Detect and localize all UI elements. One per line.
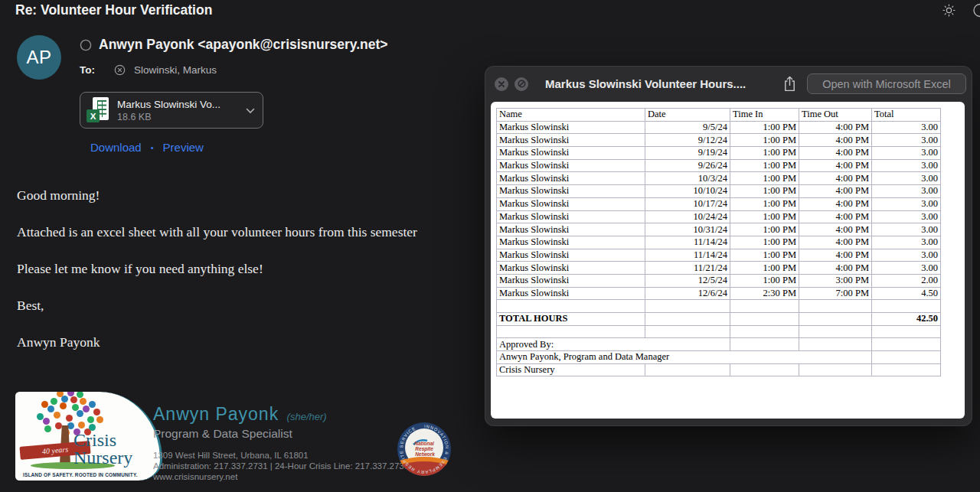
cell: 3.00 bbox=[872, 236, 941, 249]
cell: 10/3/24 bbox=[645, 172, 730, 185]
recipient-name[interactable]: Slowinski, Markus bbox=[134, 64, 217, 76]
header-cell: Date bbox=[645, 109, 730, 122]
cell: 1:00 PM bbox=[730, 210, 799, 223]
cell: 3.00 bbox=[872, 197, 941, 210]
cell: 3.00 bbox=[872, 185, 941, 198]
attachment-filesize: 18.6 KB bbox=[117, 112, 238, 122]
download-link[interactable]: Download bbox=[90, 141, 142, 154]
table-row: Markus Slowinski10/10/241:00 PM4:00 PM3.… bbox=[497, 185, 941, 198]
signature-phones: Administration: 217.337.2731 | 24-Hour C… bbox=[153, 461, 409, 471]
cell: 1:00 PM bbox=[730, 185, 799, 198]
link-separator: • bbox=[151, 143, 154, 152]
cell: 1:00 PM bbox=[730, 172, 799, 185]
mail-app-window: Re: Volunteer Hour Verification AP Anwyn… bbox=[0, 0, 980, 492]
open-with-excel-button[interactable]: Open with Microsoft Excel bbox=[807, 73, 966, 94]
organization-cell: Crisis Nursery bbox=[497, 363, 645, 376]
volunteer-hours-table: Name Date Time In Time Out Total Markus … bbox=[496, 108, 941, 376]
quicklook-window: Markus Slowinski Volunteer Hours.... Ope… bbox=[485, 66, 972, 426]
signature-role: Program & Data Specialist bbox=[153, 427, 409, 441]
cell: 11/14/24 bbox=[645, 249, 730, 262]
total-label-cell: TOTAL HOURS bbox=[497, 313, 645, 326]
cell: 3:00 PM bbox=[799, 274, 872, 287]
cell: 4.50 bbox=[872, 287, 941, 300]
cell: 4:00 PM bbox=[799, 262, 872, 275]
seal-center-text: National Respite Network bbox=[414, 441, 435, 457]
table-row: Markus Slowinski10/24/241:00 PM4:00 PM3.… bbox=[497, 210, 941, 223]
preview-link[interactable]: Preview bbox=[163, 141, 204, 154]
spacer-row bbox=[497, 325, 941, 338]
cell: 4:00 PM bbox=[799, 121, 872, 134]
cell: 12/6/24 bbox=[645, 287, 730, 300]
cell: 3.00 bbox=[872, 249, 941, 262]
table-row: Markus Slowinski11/14/241:00 PM4:00 PM3.… bbox=[497, 249, 941, 262]
cell: 9/5/24 bbox=[645, 121, 730, 134]
header-cell: Total bbox=[872, 109, 941, 122]
close-icon[interactable] bbox=[495, 77, 508, 91]
quicklook-content: Name Date Time In Time Out Total Markus … bbox=[491, 102, 965, 419]
table-row: Markus Slowinski9/12/241:00 PM4:00 PM3.0… bbox=[497, 134, 941, 147]
respite-network-seal: INNOVATION & EXEMPLARY RESPITE SERVICE N… bbox=[397, 422, 452, 480]
cell: 1:00 PM bbox=[730, 274, 799, 287]
crisis-nursery-logo: 40 years Crisis Nursery ISLAND OF SAFETY… bbox=[15, 392, 162, 481]
table-row: Markus Slowinski9/5/241:00 PM4:00 PM3.00 bbox=[497, 121, 941, 134]
quicklook-title: Markus Slowinski Volunteer Hours.... bbox=[545, 77, 746, 90]
prohibited-icon[interactable] bbox=[514, 77, 528, 91]
share-icon[interactable] bbox=[783, 76, 796, 92]
email-body: Good morning! Attached is an excel sheet… bbox=[17, 188, 476, 372]
avatar: AP bbox=[17, 35, 61, 80]
table-row: Markus Slowinski9/19/241:00 PM4:00 PM3.0… bbox=[497, 147, 941, 160]
cell: 1:00 PM bbox=[730, 197, 799, 210]
table-row: Markus Slowinski12/6/242:30 PM7:00 PM4.5… bbox=[497, 287, 941, 300]
excel-file-icon bbox=[87, 97, 109, 123]
cell: Markus Slowinski bbox=[497, 262, 645, 275]
logo-tagline: ISLAND OF SAFETY. ROOTED IN COMMUNITY. bbox=[23, 472, 138, 477]
table-row: Markus Slowinski11/14/241:00 PM4:00 PM3.… bbox=[497, 236, 941, 249]
status-circle-icon[interactable] bbox=[972, 3, 980, 21]
cell: Markus Slowinski bbox=[497, 249, 645, 262]
approved-by-row: Approved By: bbox=[497, 338, 941, 351]
cell: 4:00 PM bbox=[799, 147, 872, 160]
cell: 4:00 PM bbox=[799, 197, 872, 210]
signature-website: www.crisisnursery.net bbox=[153, 471, 409, 482]
chevron-down-icon[interactable] bbox=[246, 103, 255, 117]
cell: Markus Slowinski bbox=[497, 134, 645, 147]
cell: Markus Slowinski bbox=[497, 223, 645, 236]
organization-row: Crisis Nursery bbox=[497, 363, 941, 376]
cell: 1:00 PM bbox=[730, 223, 799, 236]
cell: 3.00 bbox=[872, 147, 941, 160]
cell: 4:00 PM bbox=[799, 159, 872, 172]
cell: 1:00 PM bbox=[730, 159, 799, 172]
cell: 9/26/24 bbox=[645, 159, 730, 172]
cell: 1:00 PM bbox=[730, 236, 799, 249]
cell: 10/31/24 bbox=[645, 223, 730, 236]
sender-address[interactable]: Anwyn Payonk <apayonk@crisisnursery.net> bbox=[99, 37, 388, 53]
cell: 1:00 PM bbox=[730, 262, 799, 275]
body-paragraph: Anwyn Payonk bbox=[17, 335, 476, 350]
header-cell: Name bbox=[497, 109, 645, 122]
cell: 3.00 bbox=[872, 223, 941, 236]
cell: 3.00 bbox=[872, 172, 941, 185]
logo-org-name: Crisis Nursery bbox=[74, 432, 132, 467]
brightness-icon[interactable] bbox=[942, 4, 956, 20]
attachment-chip[interactable]: Markus Slowinski Vo... 18.6 KB bbox=[80, 92, 263, 129]
cell: Markus Slowinski bbox=[497, 121, 645, 134]
table-header-row: Name Date Time In Time Out Total bbox=[497, 109, 941, 122]
approver-cell: Anwyn Payonk, Program and Data Manager bbox=[497, 351, 872, 364]
cell: Markus Slowinski bbox=[497, 274, 645, 287]
cell: 1:00 PM bbox=[730, 249, 799, 262]
unread-circle-icon bbox=[80, 39, 92, 51]
cell: Markus Slowinski bbox=[497, 236, 645, 249]
cell: 3.00 bbox=[872, 210, 941, 223]
attachment-filename: Markus Slowinski Vo... bbox=[117, 99, 238, 110]
signature-name: Anwyn Payonk bbox=[153, 404, 279, 424]
anniversary-text: 40 years bbox=[41, 445, 68, 456]
cell: 4:00 PM bbox=[799, 134, 872, 147]
cell: 10/17/24 bbox=[645, 197, 730, 210]
cell: Markus Slowinski bbox=[497, 147, 645, 160]
body-paragraph: Good morning! bbox=[17, 188, 476, 203]
table-row: Markus Slowinski10/3/241:00 PM4:00 PM3.0… bbox=[497, 172, 941, 185]
cell: 10/24/24 bbox=[645, 210, 730, 223]
cell: 1:00 PM bbox=[730, 121, 799, 134]
signature-pronouns: (she/her) bbox=[287, 411, 327, 422]
cell: 9/19/24 bbox=[645, 147, 730, 160]
